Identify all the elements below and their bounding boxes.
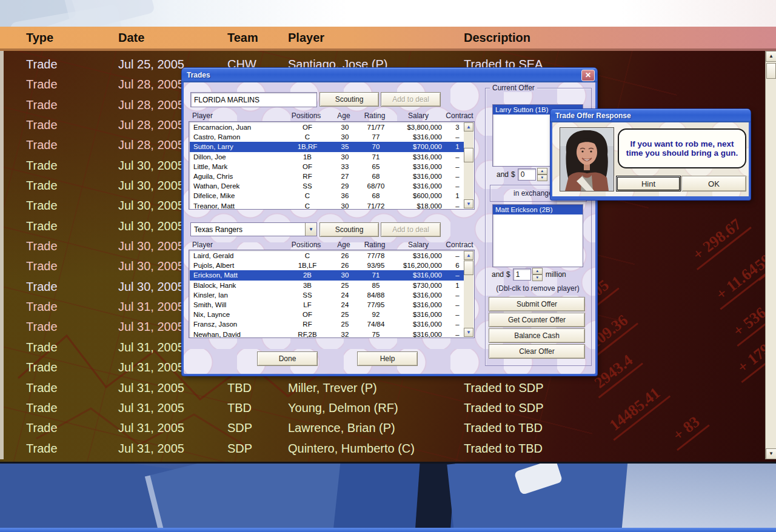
- scroll-up-icon[interactable]: ▲: [464, 251, 473, 260]
- cell-type: Trade: [26, 216, 58, 236]
- table-row[interactable]: TradeJul 31, 2005TBDYoung, Delmon (RF)Tr…: [0, 398, 765, 418]
- add-to-deal-button-bottom: Add to deal: [381, 222, 441, 237]
- player-row[interactable]: Fransz, JasonRF2574/84$316,000–: [190, 319, 464, 329]
- rating: 77/78: [358, 251, 393, 261]
- age: 36: [332, 191, 358, 201]
- positions: 1B,LF: [283, 261, 332, 270]
- player-row[interactable]: Blalock, Hank3B2585$730,0001: [190, 281, 464, 290]
- spin-down-icon[interactable]: ▼: [537, 175, 547, 181]
- player-row[interactable]: Smith, WillLF2477/95$316,000–: [190, 300, 464, 310]
- salary: $316,000: [393, 162, 449, 171]
- player-row[interactable]: Little, MarkOF3365$316,000–: [190, 162, 464, 171]
- offer-player[interactable]: Matt Erickson (2B): [493, 205, 583, 214]
- player-name: Encarnacion, Juan: [193, 122, 283, 132]
- close-icon[interactable]: ✕: [581, 70, 595, 81]
- and-label: and: [492, 270, 504, 279]
- offer-receive-list[interactable]: Matt Erickson (2B): [492, 204, 583, 267]
- receive-cash-field[interactable]: 1: [513, 268, 531, 281]
- player-row[interactable]: Dillon, Joe1B3071$316,000–: [190, 152, 464, 162]
- ok-button[interactable]: OK: [681, 176, 746, 191]
- balance-cash-button[interactable]: Balance Cash: [489, 328, 585, 343]
- trades-dialog-titlebar[interactable]: Trades ✕: [182, 68, 597, 82]
- table-row[interactable]: TradeJul 31, 2005SDPQuintero, Humberto (…: [0, 439, 765, 459]
- scouting-button-top[interactable]: Scouting: [319, 92, 379, 107]
- scroll-down-icon[interactable]: ▼: [766, 448, 776, 459]
- submit-offer-button[interactable]: Submit Offer: [489, 297, 585, 311]
- clear-offer-button[interactable]: Clear Offer: [489, 344, 585, 359]
- table-row[interactable]: TradeJul 31, 2005SDPLawrence, Brian (P)T…: [0, 418, 765, 438]
- age: 33: [332, 162, 358, 171]
- main-scrollbar[interactable]: ▲ ▼: [765, 51, 776, 459]
- player-row[interactable]: Castro, RamonC3077$316,000–: [190, 132, 464, 142]
- give-cash-field[interactable]: 0: [518, 168, 536, 181]
- help-button[interactable]: Help: [357, 351, 418, 366]
- player-row[interactable]: Nix, LaynceOF2592$316,000–: [190, 310, 464, 319]
- col-positions: Positions: [282, 111, 330, 121]
- age: 30: [332, 152, 358, 162]
- age: 25: [332, 281, 358, 290]
- player-row[interactable]: Encarnacion, JuanOF3071/77$3,800,0003: [190, 122, 464, 132]
- player-row[interactable]: Treanor, MattC3071/72$18,000–: [190, 201, 464, 210]
- player-row[interactable]: Newhan, DavidRF,2B3275$316,000–: [190, 330, 464, 339]
- contract: –: [449, 171, 466, 181]
- other-team-player-list[interactable]: Laird, GeraldC2677/78$316,000–Pujols, Al…: [189, 250, 475, 338]
- player-row[interactable]: Difelice, MikeC3668$600,0001: [190, 191, 464, 201]
- player-row[interactable]: Erickson, Matt2B3071$316,000–: [190, 270, 464, 280]
- player-row[interactable]: Wathan, DerekSS2968/70$316,000–: [190, 181, 464, 191]
- cell-type: Trade: [26, 317, 58, 337]
- my-team-player-list[interactable]: Encarnacion, JuanOF3071/77$3,800,0003Cas…: [189, 121, 475, 210]
- player-row[interactable]: Pujols, Albert1B,LF2693/95$16,200,0006: [190, 261, 464, 270]
- salary: $316,000: [393, 181, 449, 191]
- scroll-down-icon[interactable]: ▼: [464, 199, 473, 208]
- scouting-button-bottom[interactable]: Scouting: [319, 222, 379, 237]
- list-scrollbar[interactable]: ▲ ▼: [464, 251, 473, 337]
- player-row[interactable]: Kinsler, IanSS2484/88$316,000–: [190, 290, 464, 300]
- done-button[interactable]: Done: [257, 351, 318, 366]
- stadium-photo-top: [0, 0, 776, 27]
- give-cash-stepper[interactable]: ▲▼: [537, 168, 547, 181]
- scrollbar-thumb[interactable]: [464, 148, 473, 162]
- receive-cash-row: and $ 1 ▲▼ million: [492, 268, 569, 281]
- my-team-name-field[interactable]: FLORIDA MARLINS: [190, 92, 317, 107]
- contract: –: [449, 319, 466, 329]
- get-counter-offer-button[interactable]: Get Counter Offer: [489, 313, 585, 327]
- and-label: and: [497, 170, 509, 179]
- age: 25: [332, 319, 358, 329]
- spin-up-icon[interactable]: ▲: [532, 268, 543, 274]
- contract: –: [449, 162, 466, 171]
- positions: 3B: [283, 281, 332, 290]
- spin-down-icon[interactable]: ▼: [532, 274, 543, 281]
- positions: 1B,RF: [283, 142, 332, 151]
- scroll-up-icon[interactable]: ▲: [464, 122, 473, 131]
- salary: $18,000: [393, 201, 449, 210]
- cell-type: Trade: [26, 75, 58, 95]
- contract: 1: [449, 281, 466, 290]
- age: 24: [332, 300, 358, 310]
- hint-button[interactable]: Hint: [616, 176, 681, 191]
- receive-cash-stepper[interactable]: ▲▼: [532, 268, 543, 281]
- positions: SS: [283, 181, 332, 191]
- other-team-dropdown[interactable]: Texas Rangers ▼: [190, 222, 317, 236]
- salary: $316,000: [393, 152, 449, 162]
- list-scrollbar[interactable]: ▲ ▼: [464, 122, 473, 208]
- salary: $316,000: [393, 171, 449, 181]
- cell-team: SDP: [227, 439, 252, 459]
- player-row[interactable]: Aguila, ChrisRF2768$316,000–: [190, 171, 464, 181]
- rating: 85: [358, 281, 393, 290]
- spin-up-icon[interactable]: ▲: [537, 168, 547, 175]
- table-row[interactable]: TradeJul 31, 2005TBDMiller, Trever (P)Tr…: [0, 378, 765, 398]
- chevron-down-icon[interactable]: ▼: [305, 223, 316, 236]
- player-row[interactable]: Sutton, Larry1B,RF3570$700,0001: [190, 142, 464, 151]
- remove-player-note: (Dbl-clk to remove player): [485, 284, 590, 293]
- scrollbar-thumb[interactable]: [464, 261, 473, 275]
- cell-type: Trade: [26, 55, 58, 75]
- scrollbar-thumb[interactable]: [766, 63, 776, 79]
- age: 30: [332, 270, 358, 280]
- player-row[interactable]: Laird, GeraldC2677/78$316,000–: [190, 251, 464, 261]
- scroll-down-icon[interactable]: ▼: [464, 328, 473, 337]
- col-age: Age: [330, 241, 357, 250]
- response-dialog-titlebar[interactable]: Trade Offer Response: [550, 109, 751, 122]
- player-name: Sutton, Larry: [193, 142, 283, 151]
- contract: –: [449, 181, 466, 191]
- scroll-up-icon[interactable]: ▲: [766, 51, 776, 62]
